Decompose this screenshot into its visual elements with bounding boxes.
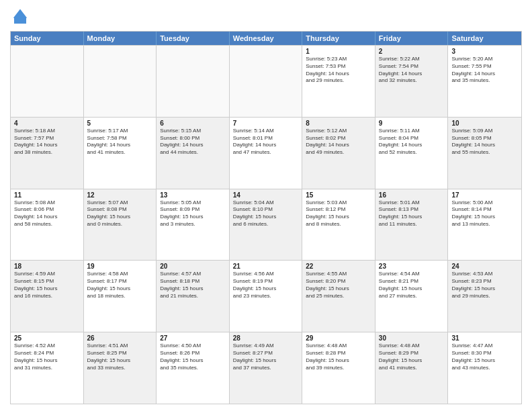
cell-info: Sunrise: 5:01 AMSunset: 8:13 PMDaylight:… [379, 199, 445, 228]
calendar-cell: 18Sunrise: 4:59 AMSunset: 8:15 PMDayligh… [11, 261, 84, 332]
calendar-cell: 11Sunrise: 5:08 AMSunset: 8:06 PMDayligh… [11, 189, 84, 261]
header-wednesday: Wednesday [230, 32, 303, 45]
cell-info: Sunrise: 5:05 AMSunset: 8:09 PMDaylight:… [160, 199, 226, 228]
calendar-cell: 19Sunrise: 4:58 AMSunset: 8:17 PMDayligh… [84, 261, 157, 332]
calendar-cell: 12Sunrise: 5:07 AMSunset: 8:08 PMDayligh… [84, 189, 157, 261]
page: Sunday Monday Tuesday Wednesday Thursday… [0, 0, 532, 411]
logo [10, 7, 33, 27]
cell-info: Sunrise: 5:09 AMSunset: 8:05 PMDaylight:… [451, 128, 518, 156]
day-number: 10 [451, 120, 518, 127]
cell-info: Sunrise: 5:22 AMSunset: 7:54 PMDaylight:… [379, 56, 445, 85]
day-number: 7 [233, 120, 299, 127]
cell-info: Sunrise: 4:47 AMSunset: 8:30 PMDaylight:… [451, 342, 518, 371]
header-thursday: Thursday [302, 32, 375, 45]
day-number: 29 [306, 334, 371, 342]
cell-info: Sunrise: 5:12 AMSunset: 8:02 PMDaylight:… [306, 128, 371, 156]
cell-info: Sunrise: 5:17 AMSunset: 7:58 PMDaylight:… [87, 128, 153, 156]
cell-info: Sunrise: 4:56 AMSunset: 8:19 PMDaylight:… [233, 271, 299, 300]
day-number: 14 [233, 191, 299, 199]
header [10, 7, 522, 27]
cell-info: Sunrise: 5:03 AMSunset: 8:12 PMDaylight:… [306, 199, 371, 228]
cell-info: Sunrise: 5:07 AMSunset: 8:08 PMDaylight:… [87, 199, 153, 228]
cell-info: Sunrise: 4:53 AMSunset: 8:23 PMDaylight:… [451, 271, 518, 300]
calendar-cell [84, 46, 157, 117]
day-number: 9 [379, 120, 445, 127]
calendar-cell: 25Sunrise: 4:52 AMSunset: 8:24 PMDayligh… [11, 332, 84, 404]
logo-icon [10, 7, 30, 27]
calendar-cell: 15Sunrise: 5:03 AMSunset: 8:12 PMDayligh… [302, 189, 375, 261]
cell-info: Sunrise: 5:18 AMSunset: 7:57 PMDaylight:… [14, 128, 80, 156]
cell-info: Sunrise: 5:23 AMSunset: 7:53 PMDaylight:… [306, 56, 371, 85]
day-number: 17 [451, 191, 518, 199]
calendar-cell: 26Sunrise: 4:51 AMSunset: 8:25 PMDayligh… [84, 332, 157, 404]
cell-info: Sunrise: 4:57 AMSunset: 8:18 PMDaylight:… [160, 271, 226, 300]
calendar-cell: 13Sunrise: 5:05 AMSunset: 8:09 PMDayligh… [157, 189, 230, 261]
day-number: 19 [87, 263, 153, 270]
calendar-cell: 4Sunrise: 5:18 AMSunset: 7:57 PMDaylight… [11, 118, 84, 189]
day-number: 11 [14, 191, 80, 199]
calendar-cell: 10Sunrise: 5:09 AMSunset: 8:05 PMDayligh… [448, 118, 521, 189]
cell-info: Sunrise: 4:51 AMSunset: 8:25 PMDaylight:… [87, 342, 153, 371]
cell-info: Sunrise: 4:59 AMSunset: 8:15 PMDaylight:… [14, 271, 80, 300]
day-number: 25 [14, 334, 80, 342]
calendar-cell: 5Sunrise: 5:17 AMSunset: 7:58 PMDaylight… [84, 118, 157, 189]
calendar-row: 25Sunrise: 4:52 AMSunset: 8:24 PMDayligh… [11, 332, 521, 404]
day-number: 6 [160, 120, 226, 127]
calendar-row: 11Sunrise: 5:08 AMSunset: 8:06 PMDayligh… [11, 189, 521, 261]
calendar-cell: 28Sunrise: 4:49 AMSunset: 8:27 PMDayligh… [230, 332, 303, 404]
day-number: 4 [14, 120, 80, 127]
cell-info: Sunrise: 4:55 AMSunset: 8:20 PMDaylight:… [306, 271, 371, 300]
calendar-cell: 24Sunrise: 4:53 AMSunset: 8:23 PMDayligh… [448, 261, 521, 332]
day-number: 27 [160, 334, 226, 342]
day-number: 1 [306, 48, 371, 55]
calendar-cell: 27Sunrise: 4:50 AMSunset: 8:26 PMDayligh… [157, 332, 230, 404]
day-number: 8 [306, 120, 371, 127]
cell-info: Sunrise: 4:54 AMSunset: 8:21 PMDaylight:… [379, 271, 445, 300]
calendar-cell: 8Sunrise: 5:12 AMSunset: 8:02 PMDaylight… [302, 118, 375, 189]
day-number: 22 [306, 263, 371, 270]
calendar-cell: 3Sunrise: 5:20 AMSunset: 7:55 PMDaylight… [448, 46, 521, 117]
day-number: 20 [160, 263, 226, 270]
cell-info: Sunrise: 4:48 AMSunset: 8:28 PMDaylight:… [306, 342, 371, 371]
cell-info: Sunrise: 4:49 AMSunset: 8:27 PMDaylight:… [233, 342, 299, 371]
header-monday: Monday [84, 32, 157, 45]
calendar-cell: 17Sunrise: 5:00 AMSunset: 8:14 PMDayligh… [448, 189, 521, 261]
day-number: 18 [14, 263, 80, 270]
calendar-cell: 2Sunrise: 5:22 AMSunset: 7:54 PMDaylight… [375, 46, 449, 117]
cell-info: Sunrise: 5:08 AMSunset: 8:06 PMDaylight:… [14, 199, 80, 228]
calendar-body: 1Sunrise: 5:23 AMSunset: 7:53 PMDaylight… [11, 45, 521, 404]
calendar-cell: 7Sunrise: 5:14 AMSunset: 8:01 PMDaylight… [230, 118, 303, 189]
cell-info: Sunrise: 5:04 AMSunset: 8:10 PMDaylight:… [233, 199, 299, 228]
day-number: 28 [233, 334, 299, 342]
day-number: 12 [87, 191, 153, 199]
cell-info: Sunrise: 5:15 AMSunset: 8:00 PMDaylight:… [160, 128, 226, 156]
calendar-cell [11, 46, 84, 117]
calendar-cell: 14Sunrise: 5:04 AMSunset: 8:10 PMDayligh… [230, 189, 303, 261]
calendar-cell: 16Sunrise: 5:01 AMSunset: 8:13 PMDayligh… [375, 189, 449, 261]
day-number: 13 [160, 191, 226, 199]
day-number: 23 [379, 263, 445, 270]
cell-info: Sunrise: 4:50 AMSunset: 8:26 PMDaylight:… [160, 342, 226, 371]
calendar: Sunday Monday Tuesday Wednesday Thursday… [10, 31, 522, 404]
day-number: 15 [306, 191, 371, 199]
day-number: 3 [451, 48, 518, 55]
calendar-cell: 9Sunrise: 5:11 AMSunset: 8:04 PMDaylight… [375, 118, 449, 189]
calendar-cell: 1Sunrise: 5:23 AMSunset: 7:53 PMDaylight… [302, 46, 375, 117]
calendar-cell [157, 46, 230, 117]
calendar-row: 4Sunrise: 5:18 AMSunset: 7:57 PMDaylight… [11, 117, 521, 189]
day-number: 16 [379, 191, 445, 199]
calendar-cell: 30Sunrise: 4:48 AMSunset: 8:29 PMDayligh… [375, 332, 449, 404]
calendar-cell: 21Sunrise: 4:56 AMSunset: 8:19 PMDayligh… [230, 261, 303, 332]
calendar-cell: 29Sunrise: 4:48 AMSunset: 8:28 PMDayligh… [302, 332, 375, 404]
calendar-cell: 22Sunrise: 4:55 AMSunset: 8:20 PMDayligh… [302, 261, 375, 332]
header-saturday: Saturday [448, 32, 521, 45]
calendar-cell: 6Sunrise: 5:15 AMSunset: 8:00 PMDaylight… [157, 118, 230, 189]
calendar-row: 1Sunrise: 5:23 AMSunset: 7:53 PMDaylight… [11, 45, 521, 117]
header-friday: Friday [375, 32, 449, 45]
svg-rect-0 [14, 17, 26, 24]
cell-info: Sunrise: 5:00 AMSunset: 8:14 PMDaylight:… [451, 199, 518, 228]
calendar-cell: 20Sunrise: 4:57 AMSunset: 8:18 PMDayligh… [157, 261, 230, 332]
calendar-cell: 23Sunrise: 4:54 AMSunset: 8:21 PMDayligh… [375, 261, 449, 332]
day-number: 30 [379, 334, 445, 342]
day-number: 21 [233, 263, 299, 270]
